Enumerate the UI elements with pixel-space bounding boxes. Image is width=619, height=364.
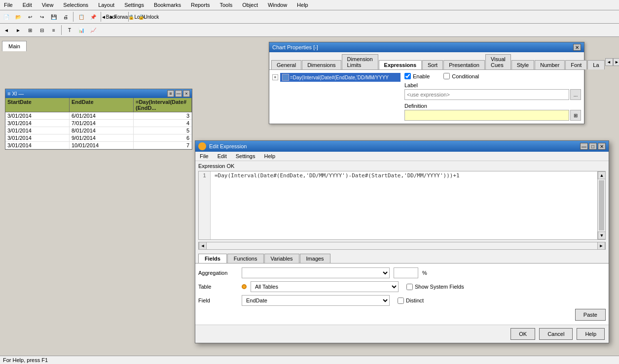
save-btn[interactable]: 💾 bbox=[48, 11, 59, 22]
label-input[interactable] bbox=[404, 89, 569, 100]
btab-images[interactable]: Images bbox=[300, 254, 330, 263]
dlg-menu-edit[interactable]: Edit bbox=[216, 153, 228, 160]
unlock-btn[interactable]: 🔓 Unlock bbox=[143, 11, 154, 22]
tb2-btn5[interactable]: ≡ bbox=[48, 25, 59, 35]
tab-nav-left[interactable]: ◄ bbox=[605, 58, 613, 66]
menu-bookmarks[interactable]: Bookmarks bbox=[152, 1, 183, 9]
cancel-btn[interactable]: Cancel bbox=[539, 328, 573, 340]
tb2-btn8[interactable]: 📈 bbox=[88, 25, 99, 35]
hscroll-right[interactable]: ► bbox=[597, 242, 605, 250]
menu-layout[interactable]: Layout bbox=[96, 1, 116, 9]
btab-functions[interactable]: Functions bbox=[227, 254, 264, 263]
expr-code[interactable]: =Day(Interval(Date#(EndDate,'DD/MM/YYYY'… bbox=[213, 171, 605, 180]
chart-tab-la[interactable]: La bbox=[587, 60, 604, 69]
toolbar-1: 📄 📂 ↩ ↪ 💾 🖨 📋 📌 ◄ Back ► Forward 🔒 Lock … bbox=[0, 10, 619, 24]
edit-expr-maximize-btn[interactable]: □ bbox=[589, 143, 597, 150]
chart-tab-number[interactable]: Number bbox=[535, 60, 565, 69]
conditional-checkbox-label[interactable]: Conditional bbox=[443, 73, 479, 79]
tb2-btn1[interactable]: ◄ bbox=[1, 25, 12, 35]
col-header-1: EndDate bbox=[70, 98, 134, 112]
edit-expr-minimize-btn[interactable]: — bbox=[580, 143, 588, 150]
expr-editor[interactable]: 1 =Day(Interval(Date#(EndDate,'DD/MM/YYY… bbox=[198, 171, 606, 240]
menu-file[interactable]: File bbox=[2, 1, 15, 9]
vscroll-thumb[interactable] bbox=[599, 180, 604, 231]
definition-expand-btn[interactable]: ⊞ bbox=[570, 110, 581, 121]
expr-tree-item[interactable]: =Day(Interval(Date#(EndDate,'DD/MM/YYYY bbox=[290, 75, 389, 80]
undo-btn[interactable]: ↩ bbox=[25, 11, 36, 22]
tab-nav-right[interactable]: ► bbox=[613, 58, 619, 66]
aggregation-select[interactable] bbox=[242, 267, 390, 278]
new-btn[interactable]: 📄 bbox=[1, 11, 12, 22]
btab-variables[interactable]: Variables bbox=[264, 254, 299, 263]
table-select[interactable]: All Tables bbox=[251, 281, 399, 292]
field-select[interactable]: EndDate bbox=[242, 295, 390, 306]
vscroll-down[interactable]: ▼ bbox=[598, 232, 606, 239]
paste-btn[interactable]: Paste bbox=[575, 309, 606, 321]
tb2-btn7[interactable]: 📊 bbox=[76, 25, 87, 35]
show-system-fields-checkbox[interactable] bbox=[406, 284, 413, 290]
btab-fields[interactable]: Fields bbox=[198, 254, 227, 263]
table-title: ≡ Xl — bbox=[7, 91, 24, 97]
chart-tab-style[interactable]: Style bbox=[511, 60, 534, 69]
forward-nav-btn[interactable]: ► Forward bbox=[115, 11, 126, 22]
show-system-fields-label[interactable]: Show System Fields bbox=[406, 284, 464, 290]
menu-window[interactable]: Window bbox=[266, 1, 289, 9]
expand-tree-btn[interactable]: + bbox=[272, 74, 278, 80]
menu-edit[interactable]: Edit bbox=[21, 1, 34, 9]
menu-reports[interactable]: Reports bbox=[189, 1, 212, 9]
table-cell: 3/01/2014 bbox=[5, 127, 70, 134]
table-row: 3/01/20149/01/20146 bbox=[5, 134, 192, 142]
dlg-menu-help[interactable]: Help bbox=[262, 153, 277, 160]
open-btn[interactable]: 📂 bbox=[13, 11, 24, 22]
menu-object[interactable]: Object bbox=[240, 1, 260, 9]
menu-selections[interactable]: Selections bbox=[61, 1, 90, 9]
table-close-btn[interactable]: × bbox=[183, 90, 190, 97]
main-tab[interactable]: Main bbox=[2, 41, 27, 51]
help-btn[interactable]: Help bbox=[577, 328, 605, 340]
chart-tab-presentation[interactable]: Presentation bbox=[443, 60, 485, 69]
vscroll-up[interactable]: ▲ bbox=[598, 171, 606, 179]
chart-tab-dimension-limits[interactable]: Dimension Limits bbox=[342, 54, 378, 69]
table-cell: 3/01/2014 bbox=[5, 142, 70, 149]
chart-props-close-btn[interactable]: ✕ bbox=[573, 44, 581, 51]
tb2-btn4[interactable]: ⊟ bbox=[36, 25, 47, 35]
table-xl-btn[interactable]: ≡ bbox=[167, 90, 174, 97]
chart-tab-sort[interactable]: Sort bbox=[422, 60, 443, 69]
percent-input[interactable]: 0 bbox=[394, 267, 418, 278]
tb2-btn2[interactable]: ► bbox=[13, 25, 24, 35]
definition-section: Definition YYY')-Date#(StartDate,'DD/MM/… bbox=[404, 103, 581, 121]
table-minimize-btn[interactable]: — bbox=[175, 90, 182, 97]
expr-vscroll[interactable]: ▲ ▼ bbox=[597, 171, 605, 239]
print-btn[interactable]: 🖨 bbox=[60, 11, 71, 22]
hscroll-track[interactable] bbox=[207, 242, 597, 249]
expr-hscroll[interactable]: ◄ ► bbox=[198, 242, 606, 250]
ok-btn[interactable]: OK bbox=[510, 328, 535, 340]
menu-help[interactable]: Help bbox=[295, 1, 310, 9]
chart-tab-dimensions[interactable]: Dimensions bbox=[302, 60, 341, 69]
distinct-checkbox[interactable] bbox=[398, 298, 404, 304]
menu-view[interactable]: View bbox=[40, 1, 56, 9]
chart-tab-general[interactable]: General bbox=[271, 60, 301, 69]
menu-tools[interactable]: Tools bbox=[218, 1, 234, 9]
dlg-menu-settings[interactable]: Settings bbox=[234, 153, 257, 160]
edit-expr-close-btn[interactable]: ✕ bbox=[598, 143, 606, 150]
paste-btn[interactable]: 📌 bbox=[88, 11, 99, 22]
tb2-btn6[interactable]: T bbox=[64, 25, 75, 35]
tb2-btn3[interactable]: ⊞ bbox=[25, 25, 36, 35]
chart-tab-font[interactable]: Font bbox=[565, 60, 587, 69]
copy-btn[interactable]: 📋 bbox=[76, 11, 87, 22]
distinct-text: Distinct bbox=[406, 298, 424, 303]
menu-settings[interactable]: Settings bbox=[122, 1, 146, 9]
dlg-menu-file[interactable]: File bbox=[198, 153, 210, 160]
hscroll-left[interactable]: ◄ bbox=[199, 242, 207, 250]
conditional-checkbox[interactable] bbox=[443, 73, 450, 79]
label-ellipsis-btn[interactable]: ... bbox=[570, 89, 581, 100]
chart-props-content: + =Day(Interval(Date#(EndDate,'DD/MM/YYY… bbox=[269, 70, 584, 124]
redo-btn[interactable]: ↪ bbox=[36, 11, 47, 22]
enable-checkbox[interactable] bbox=[404, 73, 411, 79]
enable-checkbox-label[interactable]: Enable bbox=[404, 73, 430, 79]
definition-input[interactable]: YYY')-Date#(StartDate,'DD/MM/YYYY')))+1 bbox=[404, 110, 569, 121]
chart-tab-visual-cues[interactable]: Visual Cues bbox=[485, 54, 511, 69]
distinct-label[interactable]: Distinct bbox=[398, 298, 424, 304]
chart-tab-expressions[interactable]: Expressions bbox=[379, 60, 422, 69]
